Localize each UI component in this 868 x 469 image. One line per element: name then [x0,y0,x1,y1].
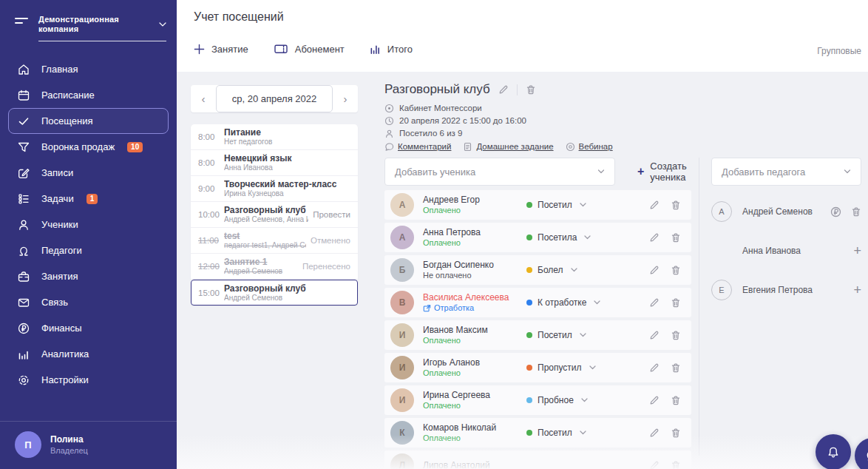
schedule-row-cancelled[interactable]: 11:00 test педагог test1, Андрей Семенов… [191,228,358,254]
schedule-row[interactable]: 9:00 Творческий мастер-класс Ирина Кузне… [191,176,358,202]
page-title: Учет посещений [194,10,284,24]
lesson-title: test [224,231,306,241]
sidebar-item-students[interactable]: Ученики [8,212,169,237]
sidebar-item-label: Посещения [41,115,93,126]
edit-student-button[interactable] [649,265,660,275]
homework-link[interactable]: Домашнее задание [463,141,553,152]
sidebar-item-teachers[interactable]: Педагоги [8,237,169,263]
sidebar-item-finance[interactable]: Финансы [8,315,169,341]
company-selector[interactable]: Демонстрационная компания [38,15,166,41]
student-row: А Анна Петрова Оплачено Посетила [384,223,691,252]
sidebar-user[interactable]: П Полина Владелец [0,421,177,469]
student-row: И Игорь Аланов Оплачено Пропустил [384,353,691,382]
notifications-button[interactable] [816,434,851,469]
funnel-badge: 10 [127,142,143,152]
edit-student-button[interactable] [649,297,660,308]
sidebar-item-lessons[interactable]: Занятия [8,263,169,289]
sidebar-item-analytics[interactable]: Аналитика [8,341,169,367]
sidebar-item-home[interactable]: Главная [8,56,169,82]
delete-student-button[interactable] [671,200,681,210]
attendance-status-dropdown[interactable]: Болел [526,265,577,275]
schedule-row-moved[interactable]: 12:00 Занятие 1 Андрей Семенов Перенесен… [191,254,358,280]
edit-student-button[interactable] [649,460,660,469]
delete-student-button[interactable] [671,265,681,275]
funnel-icon [17,141,30,154]
subscription-button[interactable]: Абонемент [274,43,345,55]
avatar: И [390,388,414,412]
tasks-icon [17,192,30,206]
lesson-attendance: Посетило 6 из 9 [384,128,613,138]
create-student-button[interactable]: + Создать ученика [637,161,698,183]
add-student-dropdown[interactable]: Добавить ученика [384,158,615,186]
edit-student-button[interactable] [649,362,660,373]
add-lesson-button[interactable]: Занятие [194,44,248,55]
sidebar-item-label: Аналитика [41,348,89,360]
lesson-time: 10:00 [198,210,224,219]
menu-toggle-icon[interactable] [15,15,28,24]
total-button[interactable]: Итого [370,44,413,55]
status-dot [526,430,532,436]
sidebar-item-label: Педагоги [41,245,82,256]
sidebar-item-communication[interactable]: Связь [8,289,169,315]
edit-student-button[interactable] [649,200,660,210]
sidebar-item-attendance[interactable]: Посещения [8,108,169,134]
location-icon [384,104,394,113]
attendance-status-dropdown[interactable]: Посетил [526,330,586,340]
attendance-status-dropdown[interactable]: Пропустил [526,362,596,373]
add-teacher-dropdown[interactable]: Добавить педагога [711,158,861,186]
attendance-status-dropdown[interactable]: Посетил [526,200,586,210]
chevron-down-icon [580,431,586,435]
plus-icon [194,44,205,55]
edit-lesson-button[interactable] [498,84,509,95]
conduct-lesson-button[interactable]: Провести [313,210,350,219]
lesson-status: Отменено [311,236,350,245]
attendance-status-dropdown[interactable]: Посетила [526,232,591,243]
add-teacher-button[interactable]: + [853,245,861,257]
sidebar-item-sales-funnel[interactable]: Воронка продаж 10 [8,134,169,160]
delete-student-button[interactable] [671,395,681,405]
schedule-row[interactable]: 10:00 Разговорный клуб Андрей Семенов, А… [191,202,358,228]
sidebar-item-settings[interactable]: Настройки [8,367,169,393]
add-teacher-button[interactable]: + [853,284,861,296]
webinar-link[interactable]: Вебинар [566,141,613,152]
attendance-status-dropdown[interactable]: Пробное [526,395,588,405]
edit-student-button[interactable] [649,428,660,438]
delete-student-button[interactable] [671,428,681,438]
schedule-row[interactable]: 8:00 Питание Нет педагогов [191,124,358,150]
attendance-status-dropdown[interactable]: К отработке [526,297,600,308]
sidebar-item-tasks[interactable]: Задачи 1 [8,186,169,212]
sidebar: Демонстрационная компания Главная Распис… [0,0,177,469]
delete-student-button[interactable] [671,362,681,373]
date-display[interactable]: ср, 20 апреля 2022 [216,85,333,112]
edit-student-button[interactable] [649,395,660,405]
schedule-row[interactable]: 8:00 Немецкий язык Анна Иванова [191,150,358,176]
edit-student-button[interactable] [649,330,660,340]
attendance-status-dropdown[interactable]: Посетил [526,428,586,438]
delete-lesson-button[interactable] [526,84,536,95]
avatar: А [390,193,414,217]
teacher-payment-button[interactable] [830,206,841,217]
sidebar-item-schedule[interactable]: Расписание [8,82,169,108]
edit-student-button[interactable] [649,232,660,243]
schedule-row-selected[interactable]: 15:00 Разговорный клуб Андрей Семенов [191,280,358,306]
next-day-button[interactable]: › [333,85,358,112]
lesson-title: Питание [224,127,350,138]
teacher-name: Евгения Петрова [742,285,813,295]
status-dot [526,234,532,240]
ticket-icon [274,43,288,55]
delete-student-button[interactable] [671,330,681,340]
comment-link[interactable]: Комментарий [384,141,451,152]
student-name[interactable]: Липов Анатолий [423,460,547,469]
delete-student-button[interactable] [671,460,681,469]
teacher-row: Анна Иванова + [711,237,861,264]
lesson-time: 8:00 [198,158,224,167]
avatar: К [390,421,414,445]
delete-student-button[interactable] [671,232,681,243]
remove-teacher-button[interactable] [851,206,861,217]
sidebar-item-records[interactable]: Записи [8,160,169,186]
status-dot [526,332,532,338]
delete-student-button[interactable] [671,297,681,308]
group-filter[interactable]: Групповые [817,46,861,56]
prev-day-button[interactable]: ‹ [191,85,216,112]
chevron-down-icon [580,203,586,207]
